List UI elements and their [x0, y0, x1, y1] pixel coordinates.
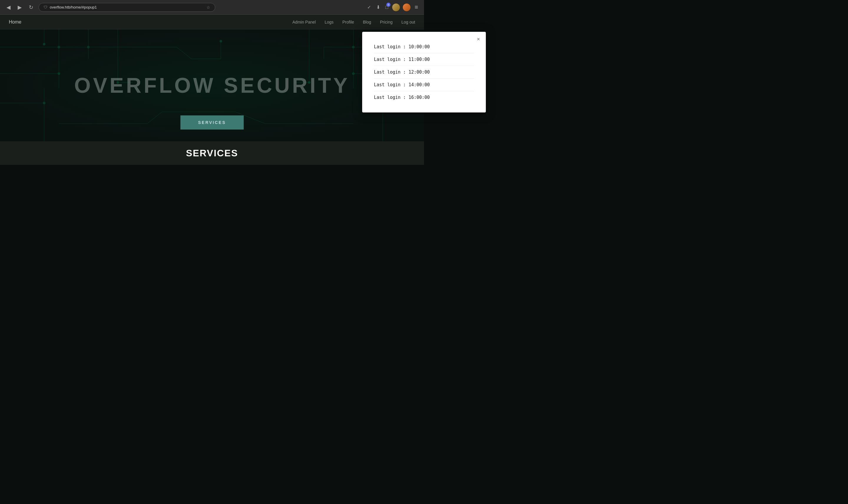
profile-avatar[interactable] [403, 3, 411, 11]
shield-browser-icon[interactable]: ✓ [366, 3, 372, 11]
login-modal: × Last login : 10:00:00 Last login : 11:… [362, 32, 424, 112]
refresh-button[interactable]: ↻ [27, 3, 35, 12]
badge-count: 8 [386, 3, 391, 7]
download-icon[interactable]: ⬇ [375, 3, 381, 11]
extension-badge-icon[interactable]: □ 8 [384, 3, 390, 11]
browser-toolbar-right: ✓ ⬇ □ 8 ≡ [366, 3, 419, 12]
nav-links: Admin Panel Logs Profile Blog Pricing Lo… [292, 19, 415, 25]
login-entry-4: Last login : 14:00:00 [374, 78, 424, 91]
modal-overlay: × Last login : 10:00:00 Last login : 11:… [0, 30, 424, 252]
nav-logout[interactable]: Log out [401, 20, 415, 24]
login-entry-5: Last login : 16:00:00 [374, 91, 424, 104]
forward-button[interactable]: ▶ [16, 3, 23, 12]
nav-logs[interactable]: Logs [324, 20, 333, 24]
login-entry-1: Last login : 10:00:00 [374, 41, 424, 53]
user-avatar[interactable] [392, 3, 400, 11]
nav-profile[interactable]: Profile [342, 20, 354, 24]
browser-chrome: ◀ ▶ ↻ 🛡 overflow.htb/home/#popup1 ☆ ✓ ⬇ … [0, 0, 424, 15]
nav-pricing[interactable]: Pricing [380, 20, 393, 24]
security-icon: 🛡 [43, 5, 48, 10]
nav-blog[interactable]: Blog [363, 20, 371, 24]
bookmark-icon: ☆ [206, 5, 210, 10]
back-button[interactable]: ◀ [5, 3, 12, 12]
address-text: overflow.htb/home/#popup1 [50, 5, 204, 10]
login-entry-3: Last login : 12:00:00 [374, 66, 424, 78]
site-logo[interactable]: Home [9, 19, 21, 25]
site-navbar: Home Admin Panel Logs Profile Blog Prici… [0, 15, 424, 30]
nav-admin-panel[interactable]: Admin Panel [292, 20, 315, 24]
login-entry-2: Last login : 11:00:00 [374, 53, 424, 66]
menu-icon[interactable]: ≡ [413, 3, 419, 12]
address-bar[interactable]: 🛡 overflow.htb/home/#popup1 ☆ [39, 3, 215, 12]
